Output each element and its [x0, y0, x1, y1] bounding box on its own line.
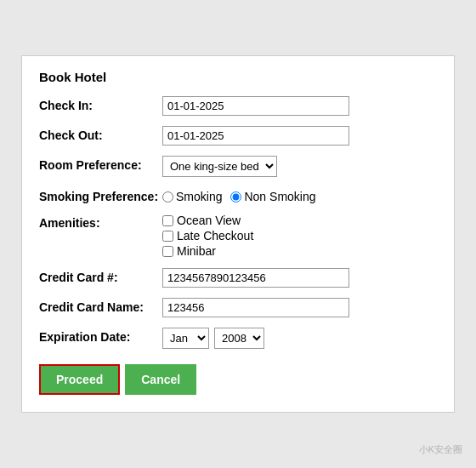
- smoking-option-text: Smoking: [176, 190, 222, 203]
- button-row: Proceed Cancel: [39, 364, 437, 395]
- amenities-control: Ocean View Late Checkout Minibar: [162, 214, 437, 258]
- late-checkout-checkbox[interactable]: [162, 231, 173, 242]
- credit-card-name-row: Credit Card Name:: [39, 298, 437, 317]
- check-in-label: Check In:: [39, 96, 162, 112]
- check-in-control: [162, 96, 437, 116]
- room-preference-control: One king-size bed Two queen beds Single …: [162, 156, 437, 177]
- proceed-button[interactable]: Proceed: [39, 364, 120, 395]
- minibar-label[interactable]: Minibar: [162, 244, 437, 258]
- expiration-month-select[interactable]: Jan Feb Mar Apr May Jun Jul Aug Sep Oct …: [162, 328, 209, 349]
- late-checkout-label[interactable]: Late Checkout: [162, 229, 437, 243]
- form-title: Book Hotel: [39, 70, 437, 84]
- expiration-date-label: Expiration Date:: [39, 328, 162, 344]
- non-smoking-radio[interactable]: [230, 191, 241, 203]
- credit-card-name-input[interactable]: [162, 298, 349, 317]
- cancel-button[interactable]: Cancel: [125, 364, 196, 395]
- amenities-checkbox-group: Ocean View Late Checkout Minibar: [162, 214, 437, 258]
- check-in-row: Check In:: [39, 96, 437, 116]
- smoking-preference-control: Smoking Non Smoking: [162, 187, 437, 203]
- watermark: 小K安全圈: [419, 443, 462, 456]
- check-out-row: Check Out:: [39, 126, 437, 146]
- credit-card-row: Credit Card #:: [39, 268, 437, 288]
- expiration-date-row: Expiration Date: Jan Feb Mar Apr May Jun…: [39, 328, 437, 349]
- expiration-year-select[interactable]: 2006 2007 2008 2009 2010: [214, 328, 264, 349]
- amenities-label: Amenities:: [39, 214, 162, 230]
- ocean-view-text: Ocean View: [177, 214, 241, 227]
- room-preference-select[interactable]: One king-size bed Two queen beds Single …: [162, 156, 277, 177]
- non-smoking-radio-label[interactable]: Non Smoking: [230, 190, 315, 203]
- non-smoking-option-text: Non Smoking: [244, 190, 315, 203]
- expiration-selects: Jan Feb Mar Apr May Jun Jul Aug Sep Oct …: [162, 328, 437, 349]
- credit-card-name-label: Credit Card Name:: [39, 298, 162, 314]
- smoking-preference-label: Smoking Preference:: [39, 187, 162, 203]
- credit-card-name-control: [162, 298, 437, 317]
- expiration-date-control: Jan Feb Mar Apr May Jun Jul Aug Sep Oct …: [162, 328, 437, 349]
- room-preference-row: Room Preference: One king-size bed Two q…: [39, 156, 437, 177]
- smoking-radio-group: Smoking Non Smoking: [162, 187, 437, 203]
- check-in-input[interactable]: [162, 96, 349, 116]
- smoking-radio[interactable]: [162, 191, 173, 203]
- ocean-view-label[interactable]: Ocean View: [162, 214, 437, 227]
- smoking-preference-row: Smoking Preference: Smoking Non Smoking: [39, 187, 437, 203]
- minibar-text: Minibar: [177, 244, 216, 258]
- ocean-view-checkbox[interactable]: [162, 215, 173, 226]
- check-out-control: [162, 126, 437, 146]
- book-hotel-form: Book Hotel Check In: Check Out: Room Pre…: [21, 55, 455, 413]
- minibar-checkbox[interactable]: [162, 246, 173, 257]
- smoking-radio-label[interactable]: Smoking: [162, 190, 222, 203]
- amenities-row: Amenities: Ocean View Late Checkout: [39, 214, 437, 258]
- check-out-input[interactable]: [162, 126, 349, 146]
- room-preference-label: Room Preference:: [39, 156, 162, 172]
- credit-card-control: [162, 268, 437, 288]
- check-out-label: Check Out:: [39, 126, 162, 142]
- credit-card-label: Credit Card #:: [39, 268, 162, 284]
- late-checkout-text: Late Checkout: [177, 229, 253, 243]
- credit-card-input[interactable]: [162, 268, 349, 288]
